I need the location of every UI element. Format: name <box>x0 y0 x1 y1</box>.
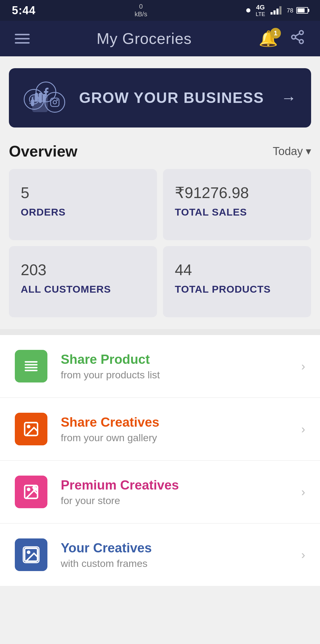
total-products-label: TOTAL PRODUCTS <box>175 283 299 295</box>
svg-point-7 <box>57 100 57 101</box>
your-creatives-subtitle: with custom frames <box>61 558 288 569</box>
signal-strength <box>271 6 281 15</box>
stats-grid: 5 ORDERS ₹91276.98 TOTAL SALES 203 ALL C… <box>9 169 311 317</box>
orders-card[interactable]: 5 ORDERS <box>9 169 157 240</box>
banner-arrow: → <box>281 89 296 107</box>
hamburger-line-3 <box>15 42 30 44</box>
all-customers-card[interactable]: 203 ALL CUSTOMERS <box>9 246 157 317</box>
status-right-icons: 4G LTE 78 <box>246 4 308 17</box>
overview-title: Overview <box>9 142 77 160</box>
top-navigation: My Groceries 🔔 1 <box>0 21 320 56</box>
signal-bar-2 <box>273 10 276 15</box>
app-title: My Groceries <box>97 30 192 47</box>
overview-filter[interactable]: Today ▾ <box>273 145 311 158</box>
signal-dot <box>246 8 250 12</box>
your-creatives-item[interactable]: Your Creatives with custom frames › <box>0 524 320 586</box>
gallery-icon <box>23 420 40 438</box>
premium-creatives-content: Premium Creatives for your store <box>61 478 288 506</box>
battery-icon <box>296 7 308 14</box>
svg-rect-25 <box>23 547 39 562</box>
share-product-content: Share Product from your products list <box>61 352 288 381</box>
total-products-card[interactable]: 44 TOTAL PRODUCTS <box>163 246 311 317</box>
your-creatives-content: Your Creatives with custom frames <box>61 541 288 569</box>
status-time: 5:44 <box>12 4 36 17</box>
share-product-icon-box <box>15 350 47 382</box>
signal-bar-3 <box>276 9 279 15</box>
svg-rect-12 <box>31 99 34 106</box>
share-header-icon[interactable] <box>290 29 305 48</box>
svg-rect-5 <box>51 98 59 106</box>
all-customers-value: 203 <box>21 261 145 279</box>
orders-label: ORDERS <box>21 206 145 218</box>
svg-rect-11 <box>43 94 46 102</box>
svg-rect-16 <box>25 370 38 371</box>
hamburger-line-2 <box>15 38 30 39</box>
section-divider <box>0 329 320 335</box>
chevron-down-icon: ▾ <box>306 145 311 157</box>
share-creatives-subtitle: from your own gallery <box>61 432 288 444</box>
share-product-item[interactable]: Share Product from your products list › <box>0 335 320 398</box>
network-info: 0 kB/s <box>135 3 147 18</box>
lte-label: LTE <box>256 11 265 17</box>
total-products-value: 44 <box>175 261 299 279</box>
orders-value: 5 <box>21 184 145 202</box>
overview-header: Overview Today ▾ <box>9 142 311 160</box>
overview-section: Overview Today ▾ 5 ORDERS ₹91276.98 TOTA… <box>0 127 320 326</box>
your-creatives-icon-box <box>15 538 47 571</box>
premium-icon: ★ <box>23 483 40 500</box>
hand-icon <box>30 91 50 116</box>
share-product-subtitle: from your products list <box>61 369 288 381</box>
signal-bar-4 <box>279 6 281 15</box>
premium-creatives-arrow: › <box>301 485 305 499</box>
grow-business-banner[interactable]: GROW YOUR BUSINESS → <box>9 68 311 127</box>
svg-point-24 <box>28 551 30 553</box>
notification-bell[interactable]: 🔔 1 <box>259 30 278 48</box>
share-creatives-content: Share Creatives from your own gallery <box>61 415 288 444</box>
network-speed-zero: 0 <box>139 3 143 10</box>
filter-label: Today <box>273 145 303 158</box>
nav-actions: 🔔 1 <box>259 29 305 48</box>
all-customers-label: ALL CUSTOMERS <box>21 283 145 295</box>
4g-label: 4G <box>256 4 265 11</box>
share-creatives-title: Share Creatives <box>61 415 288 430</box>
premium-creatives-title: Premium Creatives <box>61 478 288 492</box>
svg-text:★: ★ <box>33 487 37 491</box>
svg-line-3 <box>295 38 300 41</box>
share-product-arrow: › <box>301 360 305 373</box>
status-bar: 5:44 0 kB/s 4G LTE 78 <box>0 0 320 21</box>
notification-badge: 1 <box>270 28 281 39</box>
banner-icons <box>24 80 62 116</box>
share-creatives-arrow: › <box>301 423 305 436</box>
banner-text: GROW YOUR BUSINESS <box>74 89 269 106</box>
svg-rect-10 <box>39 93 42 103</box>
menu-list: Share Product from your products list › … <box>0 335 320 586</box>
network-speed-unit: kB/s <box>135 10 147 18</box>
svg-rect-15 <box>25 367 38 368</box>
share-creatives-icon-box <box>15 413 47 445</box>
list-icon <box>23 358 40 375</box>
signal-bar-1 <box>271 12 273 15</box>
svg-rect-9 <box>35 93 38 102</box>
svg-line-4 <box>295 34 300 36</box>
share-creatives-item[interactable]: Share Creatives from your own gallery › <box>0 398 320 461</box>
svg-point-6 <box>53 101 56 104</box>
battery-percent: 78 <box>287 7 293 14</box>
svg-rect-14 <box>25 364 38 366</box>
svg-point-18 <box>28 425 30 428</box>
premium-creatives-icon-box: ★ <box>15 476 47 508</box>
share-product-title: Share Product <box>61 352 288 367</box>
total-sales-card[interactable]: ₹91276.98 TOTAL SALES <box>163 169 311 240</box>
hamburger-line-1 <box>15 34 30 35</box>
your-creatives-arrow: › <box>301 548 305 562</box>
custom-frames-icon <box>23 546 40 563</box>
svg-rect-13 <box>25 361 38 363</box>
premium-creatives-subtitle: for your store <box>61 495 288 506</box>
total-sales-label: TOTAL SALES <box>175 206 299 218</box>
premium-creatives-item[interactable]: ★ Premium Creatives for your store › <box>0 461 320 524</box>
your-creatives-title: Your Creatives <box>61 541 288 555</box>
total-sales-value: ₹91276.98 <box>175 184 299 202</box>
svg-point-20 <box>28 488 30 490</box>
hamburger-menu[interactable] <box>15 34 30 44</box>
